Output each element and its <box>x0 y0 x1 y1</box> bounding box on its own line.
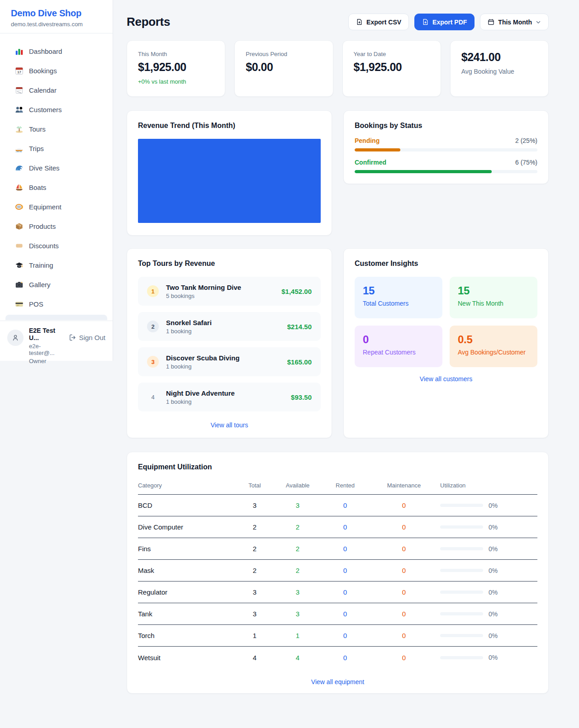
customer-insights-title: Customer Insights <box>355 260 537 268</box>
utilization-bar <box>440 547 483 550</box>
sidebar-item-dashboard[interactable]: Dashboard <box>5 42 107 61</box>
revenue-trend-title: Revenue Trend (This Month) <box>138 122 321 130</box>
sidebar-item-dive-sites[interactable]: Dive Sites <box>5 158 107 178</box>
revenue-trend-card: Revenue Trend (This Month) <box>127 110 332 236</box>
stat-card-previous-period: Previous Period $0.00 <box>234 40 333 97</box>
rank-badge: 2 <box>147 321 159 332</box>
export-csv-button[interactable]: Export CSV <box>348 14 409 30</box>
svg-text:17: 17 <box>17 70 21 74</box>
notepad-calendar-icon <box>15 86 24 95</box>
sidebar-item-calendar[interactable]: Calendar <box>5 80 107 100</box>
file-download-icon <box>422 19 429 25</box>
stat-delta: +0% vs last month <box>138 78 214 85</box>
rank-badge: 1 <box>147 285 159 297</box>
utilization-bar <box>440 591 483 594</box>
sidebar-item-label: Boats <box>29 184 46 191</box>
sidebar-item-label: Dive Sites <box>29 164 60 172</box>
customer-insights-card: Customer Insights 15 Total Customers 15 … <box>343 248 549 438</box>
stat-cards: This Month $1,925.00 +0% vs last month P… <box>127 40 549 97</box>
insight-tile-total-customers: 15 Total Customers <box>355 277 442 318</box>
table-row: Fins 2 2 0 0 0% <box>138 538 537 560</box>
sidebar-item-label: Dashboard <box>29 47 62 55</box>
utilization-bar <box>440 612 483 615</box>
equipment-table-body: BCD 3 3 0 0 0% Dive Computer 2 2 0 0 <box>138 495 537 668</box>
equipment-utilization-card: Equipment Utilization Category Total Ava… <box>127 452 549 694</box>
table-row: Regulator 3 3 0 0 0% <box>138 581 537 603</box>
table-row: Dive Computer 2 2 0 0 0% <box>138 516 537 538</box>
wave-icon <box>15 164 24 172</box>
sidebar-item-partial-highlight <box>5 315 107 320</box>
sidebar-item-label: Gallery <box>29 281 51 288</box>
chevron-down-icon <box>536 19 541 25</box>
credit-card-icon <box>15 300 24 308</box>
table-row: Torch 1 1 0 0 0% <box>138 625 537 647</box>
table-row: Mask 2 2 0 0 0% <box>138 560 537 581</box>
user-name: E2E Test U... <box>29 327 63 341</box>
sidebar-item-boats[interactable]: Boats <box>5 178 107 197</box>
table-row: Tank 3 3 0 0 0% <box>138 603 537 625</box>
user-role: Owner <box>29 358 63 364</box>
sidebar-item-trips[interactable]: Trips <box>5 139 107 158</box>
equipment-utilization-title: Equipment Utilization <box>138 463 537 471</box>
utilization-bar <box>440 569 483 572</box>
sidebar-item-pos[interactable]: POS <box>5 294 107 314</box>
utilization-bar <box>440 525 483 529</box>
speedboat-icon <box>15 144 24 153</box>
rank-badge: 3 <box>147 356 159 368</box>
sidebar-item-label: Training <box>29 261 53 269</box>
island-icon <box>15 125 24 133</box>
export-pdf-button[interactable]: Export PDF <box>414 14 475 30</box>
sidebar-item-gallery[interactable]: Gallery <box>5 275 107 294</box>
progress-fill <box>355 170 492 173</box>
sign-out-button[interactable]: Sign Out <box>69 334 105 341</box>
period-dropdown[interactable]: This Month <box>480 14 549 30</box>
sidebar-item-tours[interactable]: Tours <box>5 119 107 139</box>
view-all-equipment-link[interactable]: View all equipment <box>138 678 537 685</box>
sidebar-item-label: Discounts <box>29 242 59 250</box>
table-row: Wetsuit 4 4 0 0 0% <box>138 647 537 668</box>
utilization-bar <box>440 634 483 637</box>
insight-tile-new-this-month: 15 New This Month <box>450 277 537 318</box>
camera-icon <box>15 280 24 289</box>
people-icon <box>15 105 24 114</box>
package-icon <box>15 222 24 231</box>
sidebar-item-label: Customers <box>29 106 62 113</box>
sidebar-item-training[interactable]: Training <box>5 255 107 275</box>
graduation-cap-icon <box>15 261 24 269</box>
progress-track <box>355 148 537 151</box>
utilization-bar <box>440 656 483 659</box>
sidebar-nav: Dashboard 17 Bookings Calendar Customers… <box>0 33 113 320</box>
sidebar-item-customers[interactable]: Customers <box>5 100 107 119</box>
sailboat-icon <box>15 183 24 192</box>
sidebar-item-products[interactable]: Products <box>5 217 107 236</box>
tour-list-item: 3 Discover Scuba Diving 1 booking $165.0… <box>138 347 321 376</box>
sidebar-item-equipment[interactable]: Equipment <box>5 197 107 217</box>
logout-icon <box>69 334 76 341</box>
dive-mask-icon <box>15 203 24 211</box>
tour-list-item: 2 Snorkel Safari 1 booking $214.50 <box>138 312 321 341</box>
status-row-confirmed: Confirmed 6 (75%) <box>355 159 537 173</box>
table-header: Category Total Available Rented Maintena… <box>138 482 537 495</box>
sidebar-item-discounts[interactable]: Discounts <box>5 236 107 255</box>
tag-icon <box>15 241 24 250</box>
page-title: Reports <box>127 15 170 29</box>
view-all-customers-link[interactable]: View all customers <box>355 375 537 383</box>
bookings-by-status-card: Bookings by Status Pending 2 (25%) Confi… <box>343 110 549 184</box>
table-row: BCD 3 3 0 0 0% <box>138 495 537 516</box>
user-panel: E2E Test U... e2e-tester@... Owner Sign … <box>0 321 113 370</box>
calendar-icon <box>488 19 494 25</box>
sidebar-item-bookings[interactable]: 17 Bookings <box>5 61 107 80</box>
view-all-tours-link[interactable]: View all tours <box>138 421 321 429</box>
stat-card-avg-booking-value: $241.00 Avg Booking Value <box>450 40 549 97</box>
tour-list-item: 4 Night Dive Adventure 1 booking $93.50 <box>138 383 321 411</box>
bookings-by-status-title: Bookings by Status <box>355 122 537 130</box>
sidebar-item-label: POS <box>29 300 43 308</box>
insight-tile-repeat-customers: 0 Repeat Customers <box>355 326 442 367</box>
revenue-trend-chart <box>138 139 321 223</box>
insight-tile-avg-bookings: 0.5 Avg Bookings/Customer <box>450 326 537 367</box>
file-download-icon <box>356 19 363 25</box>
sidebar: Demo Dive Shop demo.test.divestreams.com… <box>0 0 113 361</box>
sidebar-item-label: Products <box>29 222 56 230</box>
sidebar-item-label: Bookings <box>29 67 57 75</box>
progress-track <box>355 170 537 173</box>
